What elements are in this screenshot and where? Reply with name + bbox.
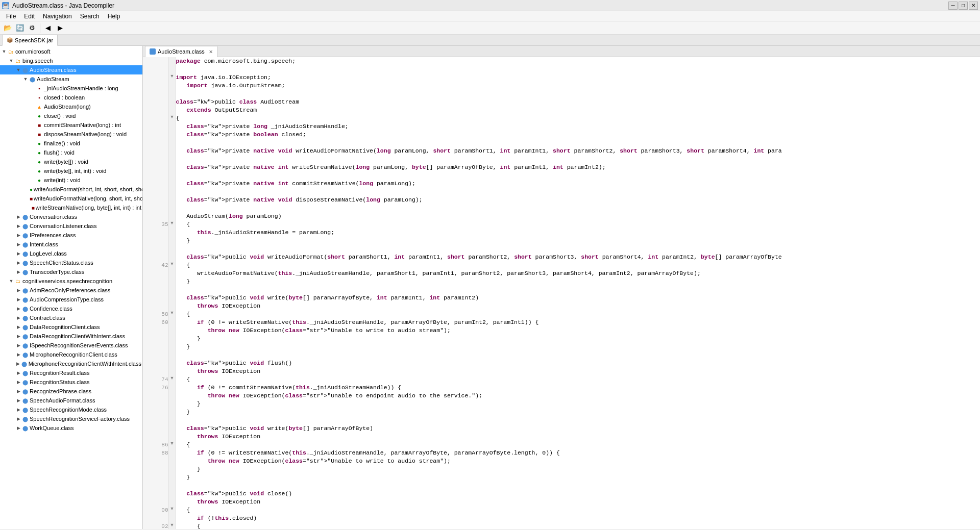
tree-node-writeAudioFormat[interactable]: ● writeAudioFormat(short, int, short, sh…: [0, 185, 142, 194]
fold-gutter[interactable]: ▼: [168, 506, 176, 514]
tree-node-DataRecognitionClient.class[interactable]: ▶ ⬤ DataRecognitionClient.class: [0, 322, 142, 332]
toolbar-btn-refresh[interactable]: 🔄: [14, 22, 26, 34]
expand-icon[interactable]: ▼: [8, 58, 14, 64]
tree-node-writeStreamNative[interactable]: ■ writeStreamNative(long, byte[], int, i…: [0, 203, 142, 212]
editor-tab-audiostream[interactable]: AudioStream.class ✕: [145, 46, 217, 57]
expand-icon[interactable]: ▶: [15, 223, 21, 229]
class-icon: ⬤: [21, 268, 29, 275]
expand-icon[interactable]: ▶: [15, 379, 21, 385]
tree-node-_jniAudioStreamHandle[interactable]: ▪ _jniAudioStreamHandle : long: [0, 84, 142, 93]
tab-close-icon[interactable]: ✕: [209, 49, 213, 55]
tree-node-ISpeechRecognitionServerEvents.class[interactable]: ▶ ⬤ ISpeechRecognitionServerEvents.class: [0, 341, 142, 350]
expand-icon[interactable]: ▶: [15, 214, 21, 220]
expand-icon[interactable]: ▶: [15, 232, 21, 238]
expand-icon[interactable]: ▼: [22, 76, 29, 82]
menu-file[interactable]: File: [2, 12, 20, 21]
tree-node-MicrophoneRecognitionClient.class[interactable]: ▶ ⬤ MicrophoneRecognitionClient.class: [0, 350, 142, 359]
expand-icon[interactable]: ▶: [15, 370, 21, 376]
tree-node-commitStreamNative[interactable]: ■ commitStreamNative(long) : int: [0, 120, 142, 130]
tree-node-WorkQueue.class[interactable]: ▶ ⬤ WorkQueue.class: [0, 423, 142, 433]
tree-node-finalize[interactable]: ● finalize() : void: [0, 139, 142, 148]
fold-gutter[interactable]: ▼: [168, 375, 176, 384]
menu-navigation[interactable]: Navigation: [39, 12, 76, 21]
tree-node-writeAudioFormatNative[interactable]: ■ writeAudioFormatNative(long, short, in…: [0, 194, 142, 203]
expand-icon[interactable]: ▶: [15, 260, 21, 266]
tree-node-close[interactable]: ● close() : void: [0, 111, 142, 120]
close-button[interactable]: ✕: [969, 2, 978, 10]
expand-icon[interactable]: ▶: [15, 241, 21, 247]
toolbar-btn-settings[interactable]: ⚙: [27, 22, 38, 34]
tree-node-RecognizedPhrase.class[interactable]: ▶ ⬤ RecognizedPhrase.class: [0, 387, 142, 396]
tree-node-AudioStream[interactable]: ▼ ⬤ AudioStream: [0, 74, 142, 84]
tree-node-SpeechClientStatus.class[interactable]: ▶ ⬤ SpeechClientStatus.class: [0, 258, 142, 267]
expand-icon[interactable]: ▶: [15, 407, 21, 413]
tree-node-MicrophoneRecognitionClientWithIntent.class[interactable]: ▶ ⬤ MicrophoneRecognitionClientWithInten…: [0, 359, 142, 368]
fold-gutter[interactable]: ▼: [168, 441, 176, 449]
fold-gutter[interactable]: ▼: [168, 220, 176, 229]
window-controls[interactable]: ─ □ ✕: [948, 2, 978, 10]
expand-icon[interactable]: ▶: [15, 416, 21, 422]
tree-node-Intent.class[interactable]: ▶ ⬤ Intent.class: [0, 240, 142, 249]
tree-node-RecognitionResult.class[interactable]: ▶ ⬤ RecognitionResult.class: [0, 368, 142, 377]
tree-node-SpeechRecognitionMode.class[interactable]: ▶ ⬤ SpeechRecognitionMode.class: [0, 405, 142, 414]
tree-node-write_int[interactable]: ● write(int) : void: [0, 175, 142, 185]
tree-node-AudioStream_ctor[interactable]: ▲ AudioStream(long): [0, 102, 142, 111]
expand-icon[interactable]: ▶: [15, 315, 21, 321]
toolbar-btn-open[interactable]: 📂: [2, 22, 13, 34]
tree-node-closed[interactable]: ▪ closed : boolean: [0, 93, 142, 102]
tree-node-DataRecognitionClientWithIntent.class[interactable]: ▶ ⬤ DataRecognitionClientWithIntent.clas…: [0, 332, 142, 341]
tree-node-Confidence.class[interactable]: ▶ ⬤ Confidence.class: [0, 304, 142, 313]
tree-node-bing.speech[interactable]: ▼ 🗂 bing.speech: [0, 56, 142, 65]
expand-icon[interactable]: ▶: [15, 351, 21, 358]
tree-node-AudioCompressionType.class[interactable]: ▶ ⬤ AudioCompressionType.class: [0, 295, 142, 304]
tree-node-TranscoderType.class[interactable]: ▶ ⬤ TranscoderType.class: [0, 267, 142, 276]
expand-icon[interactable]: ▶: [15, 287, 21, 293]
expand-icon[interactable]: ▶: [15, 296, 21, 302]
tree-node-SpeechRecognitionServiceFactory.class[interactable]: ▶ ⬤ SpeechRecognitionServiceFactory.clas…: [0, 414, 142, 423]
toolbar-btn-forward[interactable]: ▶: [55, 22, 66, 34]
tree-node-disposeStreamNative[interactable]: ■ disposeStreamNative(long) : void: [0, 130, 142, 139]
fold-gutter[interactable]: ▼: [168, 261, 176, 269]
toolbar-btn-back[interactable]: ◀: [42, 22, 54, 34]
tree-node-LogLevel.class[interactable]: ▶ ⬤ LogLevel.class: [0, 249, 142, 258]
expand-icon[interactable]: ▶: [15, 324, 21, 330]
fold-gutter[interactable]: ▼: [168, 114, 176, 122]
node-label: writeAudioFormatNative(long, short, int,…: [34, 195, 143, 201]
fold-gutter[interactable]: ▼: [168, 73, 176, 82]
explorer-tab-speechsdk[interactable]: 📦 SpeechSDK.jar: [2, 35, 58, 46]
tree-node-IPreferences.class[interactable]: ▶ ⬤ IPreferences.class: [0, 231, 142, 240]
tree-node-Contract.class[interactable]: ▶ ⬤ Contract.class: [0, 313, 142, 322]
expand-icon[interactable]: ▶: [15, 397, 21, 403]
fold-gutter[interactable]: ▼: [168, 310, 176, 318]
tree-node-AdmRecoOnlyPreferences.class[interactable]: ▶ ⬤ AdmRecoOnlyPreferences.class: [0, 286, 142, 295]
expand-icon[interactable]: ▶: [15, 342, 21, 348]
tree-node-Conversation.class[interactable]: ▶ ⬤ Conversation.class: [0, 212, 142, 221]
minimize-button[interactable]: ─: [948, 2, 958, 10]
tree-node-flush[interactable]: ● flush() : void: [0, 148, 142, 157]
tree-node-write_bytes[interactable]: ● write(byte[]) : void: [0, 157, 142, 166]
expand-icon[interactable]: ▼: [8, 278, 14, 284]
expand-icon[interactable]: ▶: [15, 250, 21, 257]
menu-help[interactable]: Help: [104, 12, 125, 21]
tree-node-cognitiveservices.speechrecognition[interactable]: ▼ 🗂 cognitiveservices.speechrecognition: [0, 276, 142, 286]
expand-icon[interactable]: ▶: [15, 306, 21, 312]
explorer-tab-bar: 📦 SpeechSDK.jar: [0, 35, 980, 46]
expand-icon[interactable]: ▶: [15, 333, 21, 339]
tree-node-ConversationListener.class[interactable]: ▶ ⬤ ConversationListener.class: [0, 221, 142, 231]
tree-node-write_bytes_int_int[interactable]: ● write(byte[], int, int) : void: [0, 166, 142, 175]
maximize-button[interactable]: □: [959, 2, 968, 10]
expand-icon[interactable]: ▶: [15, 269, 21, 275]
tree-node-SpeechAudioFormat.class[interactable]: ▶ ⬤ SpeechAudioFormat.class: [0, 396, 142, 405]
expand-icon[interactable]: ▼: [15, 67, 21, 73]
expand-icon[interactable]: ▶: [15, 425, 21, 431]
menu-search[interactable]: Search: [76, 12, 104, 21]
expand-icon[interactable]: ▶: [15, 361, 21, 367]
tree-node-AudioStream.class[interactable]: ▼ ⬤ AudioStream.class: [0, 65, 142, 74]
tree-node-RecognitionStatus.class[interactable]: ▶ ⬤ RecognitionStatus.class: [0, 377, 142, 387]
menu-edit[interactable]: Edit: [20, 12, 39, 21]
expand-icon[interactable]: ▼: [1, 48, 7, 55]
code-area[interactable]: package com.microsoft.bing.speech;▼impor…: [143, 57, 980, 529]
tree-node-com.microsoft[interactable]: ▼ 🗂 com.microsoft: [0, 47, 142, 56]
fold-gutter[interactable]: ▼: [168, 522, 176, 529]
expand-icon[interactable]: ▶: [15, 388, 21, 394]
